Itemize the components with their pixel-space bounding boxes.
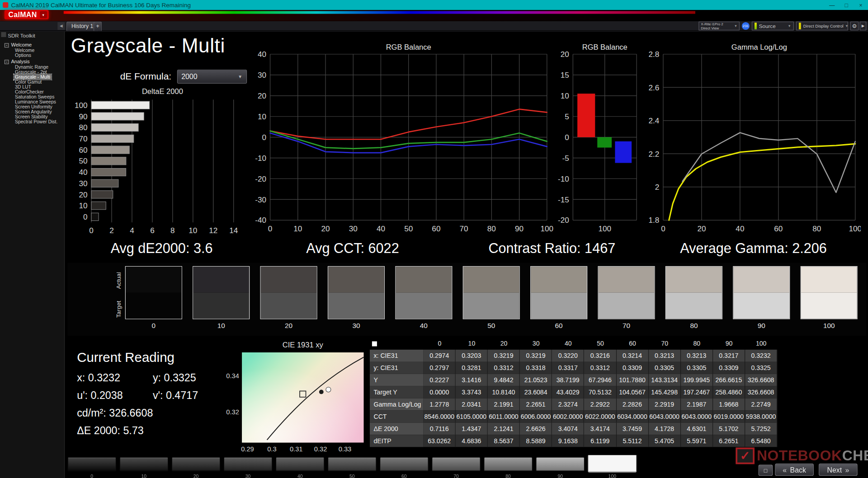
level-number-label: 40: [276, 473, 325, 478]
summary-stat: Avg dE2000: 3.6: [111, 240, 213, 256]
table-cell: 9.1638: [552, 435, 584, 447]
level-button-40[interactable]: [276, 457, 325, 471]
table-cell: 4.6836: [456, 435, 488, 447]
grayscale-swatch-70: 70: [598, 266, 655, 330]
de-formula-select[interactable]: 2000 ▼: [177, 70, 246, 84]
level-button-100[interactable]: [588, 455, 637, 473]
reading-value: v': 0.4717: [153, 389, 229, 402]
sidebar-corner-icon[interactable]: [1, 32, 6, 37]
table-cell: 0.3216: [584, 350, 616, 362]
tree-collapse-icon[interactable]: -: [5, 60, 9, 64]
table-cell: 6.1199: [584, 435, 616, 447]
source-dropdown[interactable]: Source ▼: [752, 22, 794, 31]
swatch-box: [463, 266, 520, 319]
level-button-30[interactable]: [224, 457, 273, 471]
level-button-10[interactable]: [119, 457, 168, 471]
meter-dropdown[interactable]: X-Rite i1Pro 2 Direct View ▼: [698, 22, 740, 31]
svg-text:0: 0: [565, 133, 569, 142]
main-content: Grayscale - Multi dE Formula: 2000 ▼ Del…: [65, 31, 868, 478]
close-button[interactable]: ×: [854, 2, 868, 8]
grayscale-swatch-60: 60: [530, 266, 587, 330]
level-number-label: 90: [536, 473, 585, 478]
current-circle-marker: [326, 387, 331, 392]
sidebar-collapse-chevron-icon[interactable]: ◀: [57, 22, 65, 30]
level-number-label: 20: [172, 473, 221, 478]
table-cell: 2.2826: [617, 398, 649, 411]
sidebar-item-options[interactable]: Options: [0, 53, 64, 58]
swatch-box: [260, 266, 317, 319]
table-cell: 10.8140: [488, 386, 520, 398]
svg-text:-10: -10: [255, 154, 266, 163]
svg-text:70: 70: [460, 224, 468, 233]
meter-line1: X-Rite i1Pro 2: [701, 22, 723, 26]
swatch-level-label: 0: [125, 322, 182, 330]
table-cell: 0.3213: [649, 350, 681, 362]
table-row: Target Y0.00003.374310.814023.608443.402…: [370, 386, 777, 398]
caret-down-icon: ▼: [844, 24, 849, 28]
svg-text:2: 2: [109, 226, 114, 235]
level-button-20[interactable]: [172, 457, 221, 471]
display-control-dropdown[interactable]: Direct Display Control ▼: [796, 22, 848, 31]
table-row: Gamma Log/Log1.27782.03412.19912.26512.3…: [370, 398, 777, 411]
maximize-button[interactable]: □: [839, 2, 854, 8]
swatch-box: [193, 266, 250, 319]
svg-text:0.31: 0.31: [290, 445, 303, 453]
table-header-row: 0102030405060708090100: [370, 337, 777, 350]
scrollbar-thumb[interactable]: [372, 342, 377, 347]
table-cell: 326.6608: [745, 374, 777, 386]
level-button-50[interactable]: [328, 457, 377, 471]
level-button-0[interactable]: [67, 457, 116, 471]
tab-add-button[interactable]: +: [94, 22, 102, 31]
table-cell: 0.2797: [424, 362, 456, 374]
swatch-level-label: 70: [598, 322, 655, 330]
table-cell: 0.3312: [488, 362, 520, 374]
results-table: 0102030405060708090100x: CIE310.29740.32…: [370, 337, 777, 447]
logo-caret-down-icon[interactable]: ▼: [40, 11, 47, 18]
calman-logo-text: CalMAN: [8, 10, 37, 19]
actual-axis-label: Actual: [115, 264, 122, 297]
svg-text:0: 0: [661, 224, 665, 233]
svg-text:-5: -5: [562, 154, 569, 163]
svg-text:0: 0: [268, 224, 273, 233]
current-reading-line: x: 0.3232y: 0.3325: [77, 372, 229, 389]
calman-logo[interactable]: CalMAN ▼: [5, 10, 49, 19]
table-cell: 2.2922: [584, 398, 616, 411]
table-cell: 2.2651: [520, 398, 552, 411]
row-label: Y: [370, 374, 424, 386]
table-cell: 0.3317: [552, 362, 584, 374]
grayscale-swatch-100: 100: [801, 266, 858, 330]
svg-text:50: 50: [404, 224, 413, 233]
current-reading-lines: x: 0.3232y: 0.3325u': 0.2038v': 0.4717cd…: [77, 372, 229, 443]
sidebar-item-spectral-power-dist-[interactable]: Spectral Power Dist.: [0, 119, 64, 124]
table-cell: 0.3219: [488, 350, 520, 362]
swatch-target-color: [193, 293, 249, 319]
table-cell: 143.3134: [649, 374, 681, 386]
level-button-90[interactable]: [536, 457, 585, 471]
next-button[interactable]: Next »: [819, 464, 858, 476]
swatch-actual-color: [193, 267, 249, 293]
level-button-70[interactable]: [432, 457, 481, 471]
tree-collapse-icon[interactable]: -: [5, 43, 9, 47]
deltae-bar: [91, 157, 126, 165]
back-button[interactable]: « Back: [775, 464, 814, 476]
watermark-text-check: CHECK: [842, 447, 868, 464]
level-button-80[interactable]: [484, 457, 533, 471]
svg-text:80: 80: [487, 224, 496, 233]
caret-down-icon: ▼: [786, 24, 791, 28]
minimize-button[interactable]: —: [825, 2, 839, 8]
table-cell: 21.0523: [520, 374, 552, 386]
notebookcheck-watermark: ✓ NOTEBOOKCHECK: [736, 447, 868, 464]
table-cell: 6043.0000: [649, 411, 681, 423]
column-header: 80: [681, 337, 713, 350]
svg-text:Gamma Log/Log: Gamma Log/Log: [731, 43, 787, 52]
column-header: 30: [520, 337, 552, 350]
table-row: ΔE 20000.71161.43472.12412.66263.40743.4…: [370, 423, 777, 435]
svg-text:-10: -10: [558, 174, 569, 183]
svg-text:CIE 1931 xy: CIE 1931 xy: [283, 341, 324, 349]
settings-gear-icon[interactable]: ⚙: [850, 22, 859, 31]
svg-text:10: 10: [293, 224, 302, 233]
screen-mode-button[interactable]: □: [759, 465, 773, 476]
panel-chevron-right-icon[interactable]: ▶: [860, 22, 867, 31]
level-button-60[interactable]: [380, 457, 429, 471]
table-cell: 197.2467: [681, 386, 713, 398]
